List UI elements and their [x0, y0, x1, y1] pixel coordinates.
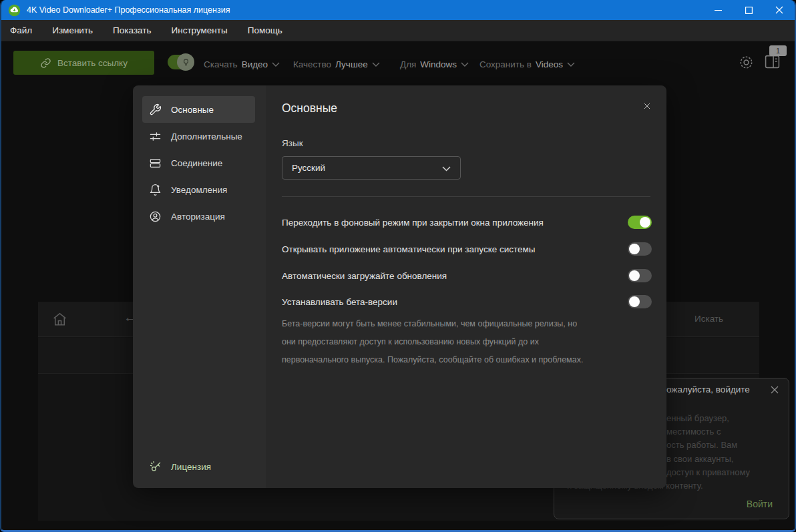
quality-prefix: Качество: [293, 59, 331, 69]
signin-text-line: местимость с: [666, 427, 721, 437]
chevron-down-icon: [461, 62, 469, 67]
toggle-label: Устанавливать бета-версии: [282, 297, 397, 307]
sidebar-item-label: Основные: [171, 105, 214, 115]
close-icon[interactable]: [771, 386, 779, 394]
sidebar-item-advanced[interactable]: Дополнительные: [142, 123, 255, 150]
license-label: Лицензия: [171, 462, 211, 472]
settings-page-title: Основные: [282, 101, 337, 115]
maximize-icon: [745, 7, 753, 14]
signin-text-line: ость работы. Вам: [666, 440, 737, 450]
paste-link-button[interactable]: Вставить ссылку: [13, 51, 154, 75]
toggle-label: Открывать приложение автоматически при з…: [282, 244, 536, 254]
menu-tools[interactable]: Инструменты: [172, 25, 228, 35]
sidebar-item-label: Уведомления: [171, 185, 227, 195]
sidebar-item-connection[interactable]: Соединение: [142, 150, 255, 176]
quality-dropdown[interactable]: Качество Лучшее: [293, 57, 380, 71]
smart-mode-thumb: [177, 53, 194, 71]
server-icon: [149, 157, 162, 170]
sliders-icon: [149, 130, 162, 143]
language-value: Русский: [292, 163, 325, 173]
search-label[interactable]: Искать: [694, 314, 723, 324]
panel-count-badge: 1: [769, 45, 787, 56]
app-window: 4K Video Downloader+ Профессиональная ли…: [0, 0, 796, 532]
close-settings-icon[interactable]: [642, 101, 652, 111]
save-to-dropdown[interactable]: Сохранить в Videos: [479, 57, 575, 71]
auto-updates-toggle[interactable]: [628, 269, 652, 282]
toggle-knob: [629, 244, 640, 254]
save-to-prefix: Сохранить в: [479, 59, 532, 69]
settings-gear-icon[interactable]: [739, 55, 754, 70]
window-controls: [703, 0, 795, 20]
sidebar-item-authorization[interactable]: Авторизация: [142, 203, 255, 230]
titlebar: 4K Video Downloader+ Профессиональная ли…: [1, 0, 795, 20]
key-icon: [149, 460, 162, 473]
toggle-label: Переходить в фоновый режим при закрытии …: [282, 218, 544, 228]
menu-help[interactable]: Помощь: [248, 25, 282, 35]
sidebar-item-license[interactable]: Лицензия: [149, 460, 211, 473]
menu-view[interactable]: Показать: [113, 25, 151, 35]
menu-bar: Файл Изменить Показать Инструменты Помощ…: [1, 20, 795, 41]
app-logo-icon: [8, 4, 21, 17]
chevron-down-icon: [272, 62, 280, 67]
toggle-row-background-mode: Переходить в фоновый режим при закрытии …: [282, 216, 652, 229]
toggle-knob: [640, 217, 650, 228]
sidebar-item-general[interactable]: Основные: [142, 96, 255, 123]
beta-toggle[interactable]: [628, 295, 652, 308]
download-type-dropdown[interactable]: Скачать Видео: [204, 57, 280, 71]
signin-text-line: енный браузер,: [666, 413, 729, 423]
toggle-row-auto-updates: Автоматически загружайте обновления: [282, 269, 652, 282]
beta-description: Бета-версии могут быть менее стабильными…: [282, 315, 584, 369]
wrench-icon: [149, 103, 162, 116]
settings-content: Основные Язык Русский Переходить в фонов…: [266, 85, 666, 488]
language-dropdown[interactable]: Русский: [282, 156, 461, 180]
toggle-knob: [629, 270, 640, 281]
sidebar-item-notifications[interactable]: Уведомления: [142, 176, 255, 203]
settings-dialog: Основные Дополнительные Соединение: [133, 85, 666, 488]
chevron-down-icon: [442, 166, 451, 172]
chevron-down-icon: [372, 62, 380, 67]
quality-value: Лучшее: [335, 59, 368, 69]
minimize-icon: [715, 7, 722, 14]
close-window-button[interactable]: [764, 0, 795, 20]
bulb-icon: [182, 58, 190, 67]
download-type-value: Видео: [242, 59, 268, 69]
close-icon: [775, 6, 783, 14]
signin-text-line: в свои аккаунты,: [666, 454, 733, 464]
save-to-value: Videos: [536, 59, 563, 69]
sidebar-item-label: Дополнительные: [171, 131, 242, 142]
smart-mode-toggle[interactable]: [168, 55, 193, 69]
section-divider: [282, 196, 650, 197]
bell-icon: [149, 184, 162, 196]
minimize-button[interactable]: [703, 0, 733, 20]
menu-file[interactable]: Файл: [10, 25, 32, 35]
sidebar-item-label: Авторизация: [171, 212, 225, 222]
menu-edit[interactable]: Изменить: [52, 25, 93, 35]
toggle-row-beta: Устанавливать бета-версии: [282, 295, 652, 308]
chevron-down-icon: [567, 62, 575, 67]
toggle-row-autostart: Открывать приложение автоматически при з…: [282, 242, 652, 256]
background-mode-toggle[interactable]: [628, 216, 652, 229]
signin-text-line: доступ к приватному: [666, 467, 750, 477]
window-title: 4K Video Downloader+ Профессиональная ли…: [27, 5, 230, 15]
download-type-prefix: Скачать: [204, 59, 238, 69]
home-icon[interactable]: [51, 311, 68, 328]
platform-prefix: Для: [400, 59, 416, 69]
platform-dropdown[interactable]: Для Windows: [400, 57, 469, 71]
signin-title: ожалуйста, войдите: [666, 384, 750, 394]
platform-value: Windows: [420, 59, 457, 69]
sidebar-item-label: Соединение: [171, 158, 222, 168]
user-icon: [149, 210, 162, 223]
toggle-knob: [629, 296, 640, 307]
settings-sidebar: Основные Дополнительные Соединение: [133, 85, 266, 488]
paste-link-label: Вставить ссылку: [57, 58, 128, 68]
autostart-toggle[interactable]: [628, 242, 652, 256]
toggle-label: Автоматически загружайте обновления: [282, 271, 447, 281]
link-icon: [40, 57, 51, 69]
language-label: Язык: [282, 138, 303, 148]
signin-button[interactable]: Войти: [747, 499, 773, 509]
maximize-button[interactable]: [733, 0, 764, 20]
